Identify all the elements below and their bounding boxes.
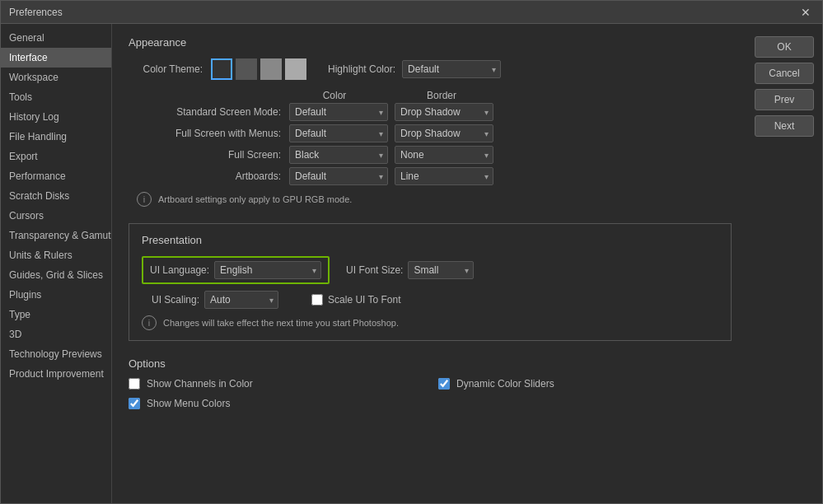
standard-color-dropdown[interactable]: DefaultBlackCustom [289,103,388,121]
sidebar-item-interface[interactable]: Interface [1,48,111,68]
ui-scaling-group: UI Scaling: Auto100%150%200% [152,291,278,309]
title-bar: Preferences ✕ [1,1,822,24]
fullscreen-border-wrapper: Drop ShadowNoneLine [395,146,493,164]
sidebar-item-history-log[interactable]: History Log [1,107,111,127]
fullscreen-menus-label: Full Screen with Menus: [137,128,289,139]
artboards-row: Artboards: DefaultBlackCustom Drop Shado… [137,167,732,185]
highlight-color-dropdown-wrapper: Default Blue Red Green [402,60,501,78]
highlight-color-label: Highlight Color: [328,63,395,75]
dynamic-color-label: Dynamic Color Sliders [456,378,554,390]
presentation-info-icon: i [142,315,157,330]
main-content: Appearance Color Theme: Highlight Color: [112,24,748,503]
theme-swatch-dark[interactable] [211,58,232,80]
border-col-header: Border [388,90,495,101]
color-theme-row: Color Theme: Highlight Color: Default Bl… [129,58,732,80]
scale-ui-group: Scale UI To Font [311,294,401,306]
scale-ui-checkbox[interactable] [311,294,323,306]
fullscreen-menus-border-wrapper: Drop ShadowNoneLine [395,124,493,142]
fullscreen-menus-color-wrapper: DefaultBlackCustom [289,124,388,142]
artboards-color-wrapper: DefaultBlackCustom [289,167,388,185]
show-menu-colors-checkbox[interactable] [129,398,140,409]
sidebar-item-3d[interactable]: 3D [1,324,111,344]
fullscreen-color-wrapper: DefaultBlackCustom [289,146,388,164]
show-channels-label: Show Channels in Color [147,378,253,390]
theme-swatch-medium-light[interactable] [260,58,282,80]
theme-swatch-medium-dark[interactable] [236,58,257,80]
artboard-info-text: Artboard settings only apply to GPU RGB … [158,194,352,204]
fullscreen-border-dropdown[interactable]: Drop ShadowNoneLine [395,146,493,164]
sidebar-item-workspace[interactable]: Workspace [1,68,111,87]
ui-language-label: UI Language: [150,264,209,276]
sidebar-item-guides-grid-slices[interactable]: Guides, Grid & Slices [1,265,111,285]
ui-font-size-label: UI Font Size: [346,264,403,276]
fullscreen-dropdowns: DefaultBlackCustom Drop ShadowNoneLine [289,146,493,164]
preferences-window: Preferences ✕ General Interface Workspac… [0,0,823,504]
fullscreen-color-dropdown[interactable]: DefaultBlackCustom [289,146,388,164]
sidebar-item-type[interactable]: Type [1,305,111,324]
sidebar-item-scratch-disks[interactable]: Scratch Disks [1,186,111,206]
cancel-button[interactable]: Cancel [755,63,814,84]
highlight-color-row: Highlight Color: Default Blue Red Green [328,60,501,78]
ui-language-group: UI Language: EnglishFrenchGermanSpanish [142,256,330,284]
artboards-border-dropdown[interactable]: Drop ShadowNoneLine [395,167,493,185]
show-menu-colors-row: Show Menu Colors [129,398,422,409]
standard-border-wrapper: Drop ShadowNoneLine [395,103,493,121]
close-button[interactable]: ✕ [797,4,814,21]
ui-font-size-wrapper: TinySmallMediumLarge [408,261,474,279]
show-channels-checkbox[interactable] [129,378,140,390]
prev-button[interactable]: Prev [755,89,814,110]
next-button[interactable]: Next [755,115,814,137]
ui-language-dropdown-wrapper: EnglishFrenchGermanSpanish [214,261,321,279]
fullscreen-menus-border-dropdown[interactable]: Drop ShadowNoneLine [395,124,493,142]
scale-ui-label: Scale UI To Font [328,294,401,306]
artboard-info-row: i Artboard settings only apply to GPU RG… [137,192,732,207]
presentation-title: Presentation [142,234,718,246]
info-icon: i [137,192,152,207]
sidebar-item-file-handling[interactable]: File Handling [1,127,111,147]
sidebar-item-technology-previews[interactable]: Technology Previews [1,344,111,364]
sidebar-item-plugins[interactable]: Plugins [1,285,111,305]
screen-mode-table: Standard Screen Mode: DefaultBlackCustom… [137,103,732,185]
sidebar-item-cursors[interactable]: Cursors [1,206,111,226]
sidebar-item-tools[interactable]: Tools [1,87,111,107]
dynamic-color-checkbox[interactable] [438,378,450,390]
ui-scaling-dropdown[interactable]: Auto100%150%200% [204,291,278,309]
artboards-color-dropdown[interactable]: DefaultBlackCustom [289,167,388,185]
options-title: Options [129,357,732,370]
sidebar-item-product-improvement[interactable]: Product Improvement [1,364,111,384]
sidebar-item-transparency-gamut[interactable]: Transparency & Gamut [1,226,111,245]
ui-font-size-dropdown[interactable]: TinySmallMediumLarge [408,261,474,279]
show-channels-row: Show Channels in Color [129,378,422,390]
presentation-info-text: Changes will take effect the next time y… [163,318,399,328]
artboards-label: Artboards: [137,170,289,182]
sidebar-item-export[interactable]: Export [1,147,111,166]
show-menu-colors-label: Show Menu Colors [147,398,230,409]
standard-screen-row: Standard Screen Mode: DefaultBlackCustom… [137,103,732,121]
ui-scaling-wrapper: Auto100%150%200% [204,291,278,309]
fullscreen-menus-dropdowns: DefaultBlackCustom Drop ShadowNoneLine [289,124,493,142]
artboards-dropdowns: DefaultBlackCustom Drop ShadowNoneLine [289,167,493,185]
standard-border-dropdown[interactable]: Drop ShadowNoneLine [395,103,493,121]
presentation-section: Presentation UI Language: EnglishFrenchG… [129,223,732,341]
ui-language-dropdown[interactable]: EnglishFrenchGermanSpanish [214,261,321,279]
sidebar-item-performance[interactable]: Performance [1,166,111,186]
sidebar: General Interface Workspace Tools Histor… [1,24,112,503]
options-section: Options Show Channels in Color Dynamic C… [129,357,732,414]
sidebar-item-units-rulers[interactable]: Units & Rulers [1,245,111,265]
ok-button[interactable]: OK [755,36,814,58]
highlight-color-dropdown[interactable]: Default Blue Red Green [402,60,501,78]
presentation-info-row: i Changes will take effect the next time… [142,315,718,330]
ui-scaling-label: UI Scaling: [152,294,199,306]
ui-font-size-group: UI Font Size: TinySmallMediumLarge [346,261,474,279]
fullscreen-label: Full Screen: [137,149,289,161]
dynamic-color-row: Dynamic Color Sliders [438,378,732,390]
standard-screen-label: Standard Screen Mode: [137,106,289,118]
sidebar-item-general[interactable]: General [1,28,111,48]
standard-screen-dropdowns: DefaultBlackCustom Drop ShadowNoneLine [289,103,493,121]
fullscreen-menus-color-dropdown[interactable]: DefaultBlackCustom [289,124,388,142]
right-buttons-panel: OK Cancel Prev Next [748,24,822,503]
content-area: General Interface Workspace Tools Histor… [1,24,822,503]
theme-swatches [211,58,306,80]
theme-swatch-light[interactable] [285,58,306,80]
window-title: Preferences [9,7,63,18]
